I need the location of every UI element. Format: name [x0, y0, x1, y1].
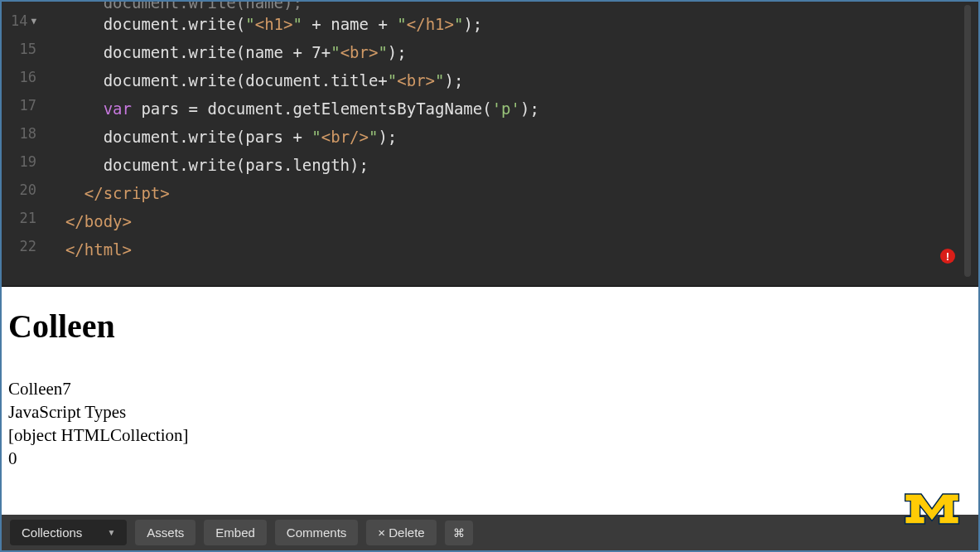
line-number: 22: [2, 232, 36, 260]
line-number: 14▼: [2, 7, 36, 35]
assets-button[interactable]: Assets: [135, 520, 196, 545]
code-line[interactable]: </html>: [46, 235, 978, 264]
collections-label: Collections: [22, 525, 82, 540]
output-line: JavaScript Types: [8, 400, 972, 424]
embed-button[interactable]: Embed: [204, 520, 267, 545]
line-number: 15: [2, 35, 36, 63]
output-preview: Colleen Colleen7JavaScript Types[object …: [2, 287, 978, 517]
code-line[interactable]: document.write(document.title+"<br>");: [46, 66, 978, 94]
line-number: 21: [2, 204, 36, 232]
line-number: 20: [2, 176, 36, 204]
bottom-toolbar: Collections ▼ Assets Embed Comments × De…: [2, 515, 978, 550]
fold-icon[interactable]: ▼: [31, 7, 36, 36]
scrollbar[interactable]: [964, 5, 971, 277]
code-line[interactable]: document.write(pars.length);: [46, 151, 978, 179]
code-line[interactable]: var pars = document.getElementsByTagName…: [46, 94, 978, 123]
comments-button[interactable]: Comments: [275, 520, 359, 545]
code-editor[interactable]: 14▼1516171819202122 document.write(name)…: [2, 2, 978, 287]
error-icon[interactable]: !: [940, 249, 955, 264]
line-number: 18: [2, 119, 36, 148]
output-line: 0: [8, 447, 972, 470]
line-number: 17: [2, 91, 36, 119]
output-lines: Colleen7JavaScript Types[object HTMLColl…: [8, 377, 972, 470]
output-heading: Colleen: [8, 307, 972, 346]
output-line: Colleen7: [8, 377, 972, 400]
code-area[interactable]: document.write(name); document.write("<h…: [45, 2, 978, 286]
code-line[interactable]: document.write(pars + "<br/>");: [46, 123, 978, 151]
chevron-down-icon: ▼: [107, 528, 115, 537]
line-gutter: 14▼1516171819202122: [2, 2, 45, 286]
line-number: 19: [2, 148, 36, 176]
output-line: [object HTMLCollection]: [8, 424, 972, 447]
collections-dropdown[interactable]: Collections ▼: [10, 520, 127, 545]
code-line[interactable]: </body>: [46, 207, 978, 235]
code-line[interactable]: </script>: [46, 179, 978, 207]
michigan-logo: [902, 487, 962, 534]
shortcuts-button[interactable]: ⌘: [445, 521, 473, 545]
code-line[interactable]: document.write("<h1>" + name + "</h1>");: [46, 10, 978, 38]
code-line[interactable]: document.write(name + 7+"<br>");: [46, 38, 978, 66]
delete-button[interactable]: × Delete: [366, 520, 436, 545]
line-number: 16: [2, 63, 36, 91]
error-glyph: !: [946, 250, 949, 263]
